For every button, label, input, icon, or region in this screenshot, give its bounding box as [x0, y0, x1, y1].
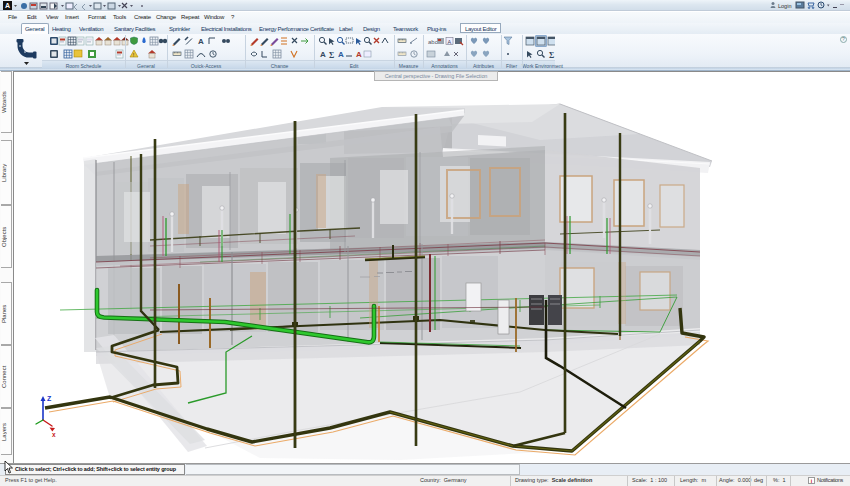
svg-text:Login: Login: [778, 3, 791, 9]
svg-text:A: A: [338, 50, 344, 59]
svg-text:abc: abc: [428, 39, 438, 45]
svg-text:A: A: [320, 50, 326, 59]
svg-text:Σ: Σ: [329, 51, 334, 60]
svg-text:A: A: [356, 50, 362, 59]
svg-text:Σ: Σ: [549, 51, 554, 60]
svg-text:A: A: [198, 37, 204, 46]
svg-text:x: x: [52, 431, 56, 438]
svg-text:Z: Z: [47, 395, 52, 402]
svg-text:A: A: [448, 39, 452, 45]
